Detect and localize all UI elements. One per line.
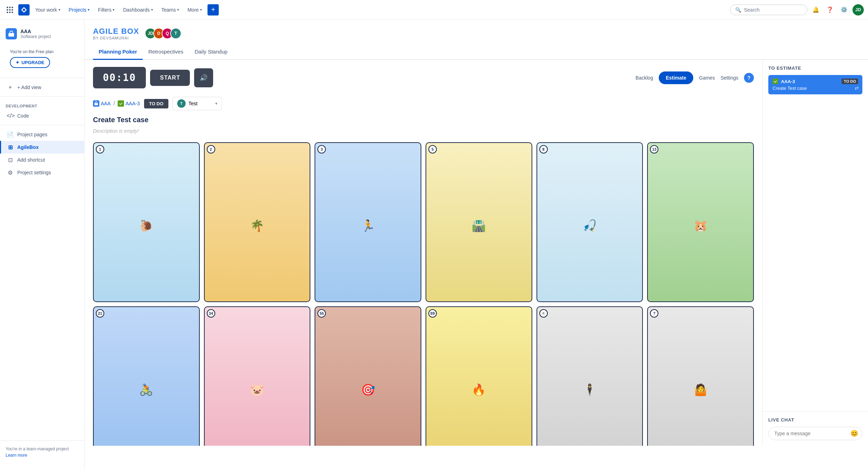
- estimate-issue-icon: [773, 79, 778, 84]
- card-5[interactable]: 5 🛣️: [426, 142, 532, 302]
- card-number: ☕: [539, 309, 548, 318]
- card-13[interactable]: 13 🐹: [647, 142, 754, 302]
- tab-planning-poker[interactable]: Planning Poker: [93, 44, 143, 60]
- project-header-bar: AGILE BOX BY DEVSAMURAI JD D Q T: [85, 20, 868, 40]
- sidebar: AAA Software project You're on the Free …: [0, 20, 85, 469]
- search-icon: 🔍: [735, 7, 741, 13]
- estimate-share-icon[interactable]: ⇄: [855, 85, 859, 91]
- search-box[interactable]: 🔍 Search: [730, 5, 807, 15]
- project-title: AGILE BOX: [93, 27, 139, 36]
- team-avatars: JD D Q T: [145, 28, 181, 39]
- chat-input-wrap: 😊: [768, 427, 862, 440]
- chat-input[interactable]: [768, 427, 862, 440]
- card-illustration: 🛣️: [426, 143, 532, 301]
- status-badge: TO DO: [144, 99, 168, 108]
- learn-more-link[interactable]: Learn more: [6, 453, 27, 458]
- grid-menu-icon[interactable]: [4, 4, 16, 15]
- project-icon: [6, 28, 17, 39]
- sound-button[interactable]: 🔊: [194, 68, 213, 87]
- assignee-select[interactable]: T Test ▾: [173, 97, 222, 110]
- plan-banner: You're on the Free plan ✦ UPGRADE: [6, 48, 79, 69]
- add-view-item[interactable]: + + Add view: [0, 81, 84, 94]
- project-breadcrumb-icon: [93, 100, 99, 107]
- sidebar-item-add-shortcut[interactable]: ⊡ Add shortcut: [0, 154, 84, 166]
- breadcrumb-separator: /: [113, 100, 115, 107]
- upgrade-button[interactable]: ✦ UPGRADE: [10, 57, 50, 68]
- card-illustration: 🏃: [315, 143, 421, 301]
- help-icon[interactable]: ❓: [824, 4, 836, 15]
- card-coffee[interactable]: ☕ 🕴️: [537, 306, 643, 446]
- your-work-nav[interactable]: Your work ▾: [32, 4, 63, 16]
- card-8[interactable]: 8 🎣: [537, 142, 643, 302]
- chevron-down-icon: ▾: [88, 8, 89, 12]
- tab-daily-standup[interactable]: Daily Standup: [189, 44, 233, 60]
- svg-rect-10: [94, 103, 98, 105]
- timer-bar: 00:10 START 🔊 Backlog Estimate Games Set…: [93, 67, 754, 88]
- sidebar-divider-2: [0, 96, 84, 97]
- user-avatar[interactable]: JD: [852, 4, 864, 15]
- card-21[interactable]: 21 🚴: [93, 306, 200, 446]
- card-number: 34: [207, 309, 215, 318]
- more-nav[interactable]: More ▾: [185, 4, 205, 16]
- svg-rect-0: [7, 7, 8, 8]
- issue-title: Create Test case: [93, 116, 754, 124]
- add-view-label: + Add view: [17, 85, 41, 90]
- card-89[interactable]: 89 🔥: [426, 306, 532, 446]
- estimate-section-title: TO ESTIMATE: [768, 65, 862, 71]
- card-2[interactable]: 2 🌴: [204, 142, 311, 302]
- card-1[interactable]: 1 🐌: [93, 142, 200, 302]
- teams-nav[interactable]: Teams ▾: [159, 4, 182, 16]
- card-34[interactable]: 34 🐷: [204, 306, 311, 446]
- card-illustration: 🐹: [648, 143, 753, 301]
- card-number: 1: [96, 145, 104, 154]
- breadcrumb-project[interactable]: AAA: [93, 100, 111, 107]
- issue-breadcrumb-icon: [118, 100, 124, 107]
- games-link[interactable]: Games: [699, 75, 715, 81]
- tab-retrospectives[interactable]: Retrospectives: [143, 44, 189, 60]
- start-button[interactable]: START: [150, 70, 190, 86]
- card-number: 2: [207, 145, 215, 154]
- card-number: 8: [539, 145, 548, 154]
- card-illustration: 🎯: [315, 307, 421, 446]
- projects-nav[interactable]: Projects ▾: [66, 4, 93, 16]
- live-chat-title: LIVE CHAT: [768, 417, 862, 423]
- estimate-button[interactable]: Estimate: [659, 71, 693, 84]
- assignee-avatar: T: [177, 99, 186, 108]
- card-55[interactable]: 55 🎯: [315, 306, 421, 446]
- main-content: AGILE BOX BY DEVSAMURAI JD D Q T Plannin…: [85, 20, 868, 469]
- issue-bar: AAA / AAA-3 TO DO T Test: [93, 97, 754, 110]
- avatar-t[interactable]: T: [170, 28, 181, 39]
- chevron-down-icon: ▾: [58, 8, 60, 12]
- help-button[interactable]: ?: [744, 73, 754, 83]
- svg-rect-7: [9, 12, 11, 13]
- notifications-icon[interactable]: 🔔: [810, 4, 822, 15]
- sidebar-item-agilebox[interactable]: ⊞ AgileBox: [0, 141, 84, 154]
- breadcrumb-issue[interactable]: AAA-3: [118, 100, 140, 107]
- card-3[interactable]: 3 🏃: [315, 142, 421, 302]
- settings-link[interactable]: Settings: [720, 75, 738, 81]
- estimate-item[interactable]: AAA-3 TO DO Create Test case ⇄: [768, 75, 862, 94]
- card-illustration: 🎣: [537, 143, 643, 301]
- emoji-button[interactable]: 😊: [850, 430, 858, 437]
- dashboards-nav[interactable]: Dashboards ▾: [120, 4, 156, 16]
- filters-nav[interactable]: Filters ▾: [95, 4, 117, 16]
- jira-logo[interactable]: [18, 4, 30, 15]
- main-layout: AAA Software project You're on the Free …: [0, 20, 868, 469]
- sound-icon: 🔊: [200, 74, 207, 82]
- chevron-down-icon: ▾: [200, 8, 202, 12]
- card-question[interactable]: ? 🤷: [647, 306, 754, 446]
- issue-description: Description is empty!: [93, 128, 754, 134]
- breadcrumb: AAA / AAA-3: [93, 100, 140, 107]
- chevron-down-icon: ▾: [151, 8, 153, 12]
- sidebar-item-code[interactable]: </> Code: [0, 110, 84, 122]
- settings-icon[interactable]: ⚙️: [838, 4, 850, 15]
- create-button[interactable]: +: [207, 4, 219, 15]
- sidebar-divider-3: [0, 125, 84, 125]
- sidebar-item-project-settings[interactable]: ⚙ Project settings: [0, 166, 84, 179]
- live-chat-section: LIVE CHAT 😊: [763, 411, 868, 446]
- card-illustration: 🔥: [426, 307, 532, 446]
- sidebar-item-project-pages[interactable]: 📄 Project pages: [0, 128, 84, 141]
- svg-rect-6: [7, 12, 8, 13]
- backlog-link[interactable]: Backlog: [636, 75, 653, 81]
- sidebar-bottom: You're in a team-managed project Learn m…: [0, 440, 84, 463]
